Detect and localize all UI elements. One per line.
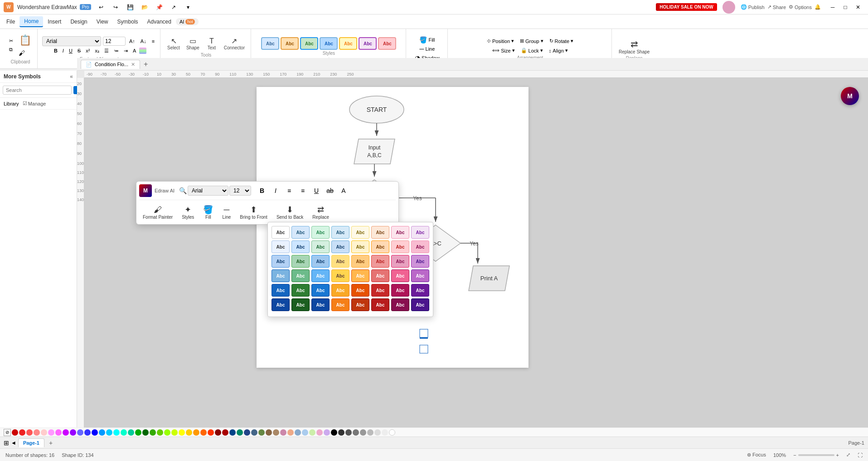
fill-btn[interactable]: 🪣Fill <box>417 35 437 44</box>
zoom-in-btn[interactable]: + <box>836 452 839 458</box>
color-dot-16[interactable] <box>121 429 127 436</box>
redo-btn[interactable]: ↪ <box>109 2 122 12</box>
swatch-2-2[interactable]: Abc <box>291 240 310 253</box>
font-size-input[interactable] <box>103 37 126 46</box>
list2-btn[interactable]: ≔ <box>112 47 121 55</box>
maximize-btn[interactable]: □ <box>839 2 852 12</box>
swatch-3-3[interactable]: Abc <box>311 255 330 268</box>
style-swatch-6[interactable]: Abc <box>359 37 377 50</box>
menu-insert[interactable]: Insert <box>43 17 66 27</box>
color-dot-32[interactable] <box>237 429 243 436</box>
popup-replace-btn[interactable]: ⇄ Replace <box>309 203 333 221</box>
color-dot-dk1[interactable] <box>338 429 344 436</box>
color-dot-26[interactable] <box>193 429 199 436</box>
swatch-4-2[interactable]: Abc <box>291 269 310 282</box>
align-toolbar-btn[interactable]: ↕Align ▾ <box>547 47 570 54</box>
swatch-5-7[interactable]: Abc <box>391 284 409 297</box>
color-dot-43[interactable] <box>316 429 323 436</box>
close-btn[interactable]: ✕ <box>852 2 864 12</box>
swatch-6-8[interactable]: Abc <box>411 298 429 311</box>
zoom-out-btn[interactable]: − <box>793 452 796 458</box>
color-dot-14[interactable] <box>106 429 112 436</box>
color-dot-21[interactable] <box>157 429 163 436</box>
swatch-5-6[interactable]: Abc <box>371 284 389 297</box>
canvas-content[interactable]: START Input A,B,C A>B No Yes <box>84 78 868 447</box>
color-dot-black[interactable] <box>331 429 337 436</box>
save-btn[interactable]: 💾 <box>124 2 136 12</box>
color-dot-18[interactable] <box>135 429 141 436</box>
popup-line-btn[interactable]: ─ Line <box>218 203 234 221</box>
color-dot-39[interactable] <box>287 429 294 436</box>
color-dot-31[interactable] <box>229 429 236 436</box>
color-dot-dk3[interactable] <box>353 429 359 436</box>
color-dot-40[interactable] <box>295 429 301 436</box>
swatch-3-2[interactable]: Abc <box>291 255 310 268</box>
color-dot-md1[interactable] <box>360 429 366 436</box>
holiday-banner[interactable]: HOLIDAY SALE ON NOW <box>656 3 717 11</box>
style-swatch-2[interactable]: Abc <box>281 37 299 50</box>
color-dot-38[interactable] <box>280 429 286 436</box>
page-nav-left[interactable]: ◄ <box>11 440 16 446</box>
copy-btn[interactable]: ⧉ <box>7 46 15 53</box>
canvas-area[interactable]: -90 -70 -50 -30 -10 10 30 50 70 90 110 1… <box>77 71 868 447</box>
swatch-4-7[interactable]: Abc <box>391 269 409 282</box>
color-dot-11[interactable] <box>84 429 91 436</box>
popup-italic-btn[interactable]: I <box>269 185 282 197</box>
position-btn[interactable]: ⊹Position ▾ <box>485 37 516 45</box>
color-dot-22[interactable] <box>164 429 170 436</box>
font-size-up-btn[interactable]: A↑ <box>127 38 137 45</box>
underline-btn[interactable]: U <box>67 47 74 54</box>
replace-shape-btn[interactable]: ⇄ Replace Shape <box>616 37 652 56</box>
page-layout-btn[interactable]: ⊞ <box>4 439 9 447</box>
page-tab-1[interactable]: Page-1 <box>18 438 44 447</box>
add-page-btn[interactable]: + <box>46 438 55 447</box>
connector-tool-btn[interactable]: ↗ Connector <box>222 35 247 52</box>
popup-send-back-btn[interactable]: ⬇ Send to Back <box>273 203 307 221</box>
popup-styles-btn[interactable]: ✦ Styles <box>178 203 198 221</box>
popup-format-painter-btn[interactable]: 🖌 Format Painter <box>139 203 176 221</box>
color-dot-17[interactable] <box>128 429 134 436</box>
ai-canvas-badge[interactable]: M <box>841 87 859 105</box>
group-btn[interactable]: ⊞Group ▾ <box>518 37 546 45</box>
align-btn[interactable]: ≡ <box>150 38 156 45</box>
color-dot-10[interactable] <box>77 429 83 436</box>
swatch-6-2[interactable]: Abc <box>291 298 310 311</box>
format-painter-btn[interactable]: 🖌 <box>17 48 34 58</box>
style-swatch-5[interactable]: Abc <box>339 37 357 50</box>
swatch-2-3[interactable]: Abc <box>311 240 330 253</box>
color-dot-37[interactable] <box>273 429 279 436</box>
focus-btn[interactable]: ⊛ Focus <box>747 452 766 458</box>
swatch-2-6[interactable]: Abc <box>371 240 389 253</box>
color-dot-lt3[interactable] <box>382 429 388 436</box>
text-tool-btn[interactable]: T Text <box>204 35 220 52</box>
color-dot-35[interactable] <box>258 429 265 436</box>
swatch-5-3[interactable]: Abc <box>311 284 330 297</box>
swatch-5-5[interactable]: Abc <box>351 284 369 297</box>
color-none-btn[interactable]: ⊘ <box>4 429 11 436</box>
color-dot-white[interactable] <box>389 429 395 436</box>
swatch-2-1[interactable]: Abc <box>272 240 290 253</box>
color-dot-29[interactable] <box>215 429 221 436</box>
rotate-btn[interactable]: ↻Rotate ▾ <box>547 37 576 45</box>
input-shape[interactable] <box>354 139 395 164</box>
publish-btn[interactable]: 🌐 Publish <box>741 4 765 10</box>
color-dot-30[interactable] <box>222 429 228 436</box>
swatch-6-7[interactable]: Abc <box>391 298 409 311</box>
bold-btn[interactable]: B <box>52 47 59 54</box>
notification-btn[interactable]: 🔔 <box>815 4 821 10</box>
swatch-1-7[interactable]: Abc <box>391 226 409 239</box>
line-btn[interactable]: ─Line <box>417 44 437 53</box>
color-dot-8[interactable] <box>63 429 69 436</box>
subscript-btn[interactable]: x₂ <box>93 47 101 55</box>
swatch-5-2[interactable]: Abc <box>291 284 310 297</box>
popup-align-center-btn[interactable]: ≡ <box>283 185 296 197</box>
swatch-4-4[interactable]: Abc <box>331 269 349 282</box>
menu-home[interactable]: Home <box>19 16 43 27</box>
sidebar-search-input[interactable] <box>3 86 72 95</box>
fit-page-btn[interactable]: ⤢ <box>846 452 850 458</box>
swatch-1-3[interactable]: Abc <box>311 226 330 239</box>
color-dot-41[interactable] <box>302 429 308 436</box>
share-btn[interactable]: ↗ Share <box>767 4 786 10</box>
popup-fill-btn[interactable]: 🪣 Fill <box>199 203 217 221</box>
swatch-2-4[interactable]: Abc <box>331 240 349 253</box>
